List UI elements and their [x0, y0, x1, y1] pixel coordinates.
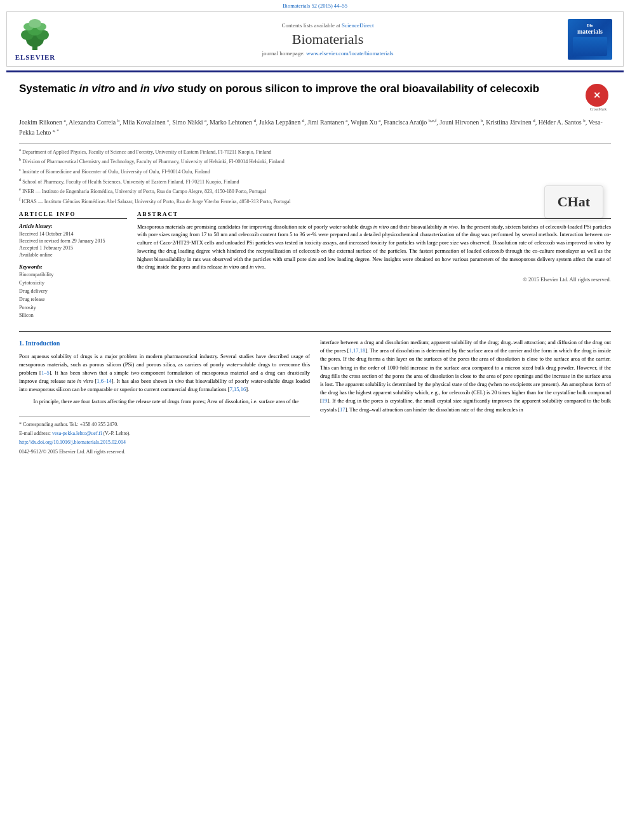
available-date: Available online [19, 251, 127, 258]
header-divider [6, 70, 624, 72]
affiliations: a Department of Applied Physics, Faculty… [19, 143, 611, 206]
intro-right-para1: interface between a drug and dissolution… [320, 338, 611, 414]
journal-header: ELSEVIER Contents lists available at Sci… [6, 11, 624, 67]
crossmark-label: CrossMark [586, 107, 611, 111]
crossmark-icon: ✕ [586, 84, 608, 107]
doi-line: http://dx.doi.org/10.1016/j.biomaterials… [19, 439, 310, 446]
elsevier-logo: ELSEVIER [15, 17, 56, 61]
affil-e: e INEB — Instituto de Engenharia Biomédi… [19, 186, 611, 196]
intro-left-col: 1. Introduction Poor aqueous solubility … [19, 338, 310, 457]
article-history: Article history: Received 14 October 201… [19, 223, 127, 259]
article-info-title: ARTICLE INFO [19, 211, 127, 219]
article-content: Systematic in vitro and in vivo study on… [0, 76, 630, 462]
intro-para1: Poor aqueous solubility of drugs is a ma… [19, 352, 310, 394]
intro-heading: 1. Introduction [19, 338, 310, 349]
abstract-title: ABSTRACT [137, 211, 611, 219]
chat-overlay[interactable]: CHat [544, 185, 603, 218]
affil-a: a Department of Applied Physics, Faculty… [19, 147, 611, 156]
journal-logo-area: ELSEVIER [15, 17, 91, 61]
corresponding-note: * Corresponding author. Tel.: +358 40 35… [19, 421, 310, 429]
authors-line: Joakim Riikonen a, Alexandra Correia b, … [19, 117, 611, 138]
article-footer: * Corresponding author. Tel.: +358 40 35… [19, 417, 310, 457]
keyword-cytotox: Cytotoxicity [19, 279, 127, 288]
received-date: Received 14 October 2014 [19, 230, 127, 237]
email-note: E-mail address: vesa-pekka.lehto@uef.fi … [19, 430, 310, 437]
homepage-link[interactable]: www.elsevier.com/locate/biomaterials [306, 50, 393, 57]
copyright-line: © 2015 Elsevier Ltd. All rights reserved… [137, 276, 611, 283]
doi-link[interactable]: http://dx.doi.org/10.1016/j.biomaterials… [19, 439, 126, 445]
affil-b: b Division of Pharmaceutical Chemistry a… [19, 156, 611, 166]
info-abstract-section: ARTICLE INFO Article history: Received 1… [19, 211, 611, 326]
article-info-col: ARTICLE INFO Article history: Received 1… [19, 211, 127, 326]
ref-19[interactable]: 19 [322, 397, 328, 404]
ref-17[interactable]: 17 [340, 406, 345, 413]
keyword-drug-delivery: Drug delivery [19, 288, 127, 296]
keywords-label: Keywords: [19, 263, 127, 270]
intro-para2: In principle, there are four factors aff… [19, 397, 310, 406]
affil-f: f ICBAS — Instituto Ciências Biomédicas … [19, 196, 611, 206]
keyword-drug-release: Drug release [19, 296, 127, 304]
history-label: Article history: [19, 223, 127, 229]
keyword-porosity: Porosity [19, 304, 127, 312]
title-area: Systematic in vitro and in vivo study on… [19, 81, 611, 111]
elsevier-tree-icon [15, 17, 56, 52]
email-link[interactable]: vesa-pekka.lehto@uef.fi [52, 430, 102, 436]
journal-homepage: journal homepage: www.elsevier.com/locat… [91, 50, 565, 57]
section-divider [19, 331, 611, 332]
keywords-section: Keywords: Biocompatibility Cytotoxicity … [19, 263, 127, 320]
crossmark-area: ✕ CrossMark [586, 84, 611, 111]
keyword-silicon: Silicon [19, 312, 127, 320]
ref-7-15-16[interactable]: 7,15,16 [230, 386, 246, 392]
chat-label: CHat [558, 194, 590, 210]
introduction-section: 1. Introduction Poor aqueous solubility … [19, 338, 611, 457]
keyword-biocompat: Biocompatibility [19, 271, 127, 279]
svg-point-7 [29, 19, 41, 28]
journal-center-info: Contents lists available at ScienceDirec… [91, 22, 565, 57]
ref-1-6-14[interactable]: 1,6–14 [97, 378, 111, 384]
intro-right-col: interface between a drug and dissolution… [320, 338, 611, 457]
elsevier-label: ELSEVIER [15, 53, 56, 61]
ref-1-5[interactable]: 1–5 [41, 370, 50, 376]
revised-date: Received in revised form 29 January 2015 [19, 237, 127, 244]
biomaterials-badge-area: Bio materials [565, 19, 615, 60]
contents-line: Contents lists available at ScienceDirec… [91, 22, 565, 29]
abstract-text: Mesoporous materials are promising candi… [137, 223, 611, 272]
abstract-col: ABSTRACT Mesoporous materials are promis… [137, 211, 611, 326]
accepted-date: Accepted 1 February 2015 [19, 244, 127, 251]
ref-1-17-18[interactable]: 1,17,18 [349, 347, 366, 354]
article-title: Systematic in vitro and in vivo study on… [19, 81, 579, 97]
biomaterials-badge: Bio materials [568, 19, 612, 60]
sciencedirect-link[interactable]: ScienceDirect [342, 22, 373, 29]
affil-c: c Institute of Biomedicine and Biocenter… [19, 166, 611, 176]
rights-line: 0142-9612/© 2015 Elsevier Ltd. All right… [19, 448, 310, 456]
journal-name: Biomaterials [91, 31, 565, 48]
page-journal-ref: Biomaterials 52 (2015) 44–55 [0, 0, 630, 11]
affil-d: d School of Pharmacy, Faculty of Health … [19, 177, 611, 186]
